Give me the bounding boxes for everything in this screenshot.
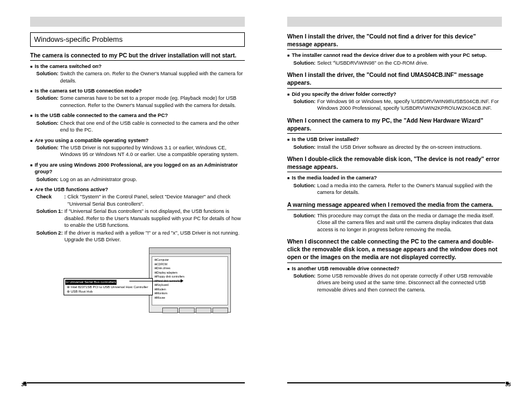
solution-label: Solution: xyxy=(36,95,59,109)
problem-header: When I install the driver, the "Could no… xyxy=(287,71,502,88)
footer-line xyxy=(287,382,505,383)
question-text: Is the camera set to USB connection mode… xyxy=(35,87,142,94)
device-manager-screenshot: Computer CDROM Disk drives Display adapt… xyxy=(64,247,231,312)
dm-button xyxy=(212,308,228,313)
solution-row: Solution:The USB Driver is not supported… xyxy=(30,144,245,158)
qa-block: Solution:This procedure may corrupt the … xyxy=(287,212,502,233)
solution-text: Check that one end of the USB cable is c… xyxy=(60,120,245,134)
qa-block: Is another USB removable drive connected… xyxy=(287,265,502,294)
check-row: Check:Click "System" in the Control Pane… xyxy=(30,193,245,207)
page-left: Windows-specific Problems The camera is … xyxy=(0,0,266,399)
question-text: Is another USB removable drive connected… xyxy=(292,265,399,272)
dm-tree-item: CDROM xyxy=(154,262,225,267)
solution-row: Solution:Some USB removable drives do no… xyxy=(287,273,502,293)
qa-block: Is the USB cable connected to the camera… xyxy=(30,112,245,133)
solution-text: If "Universal Serial Bus controllers" is… xyxy=(64,208,245,228)
qa-block: The installer cannot read the device dri… xyxy=(287,52,502,66)
dm-button xyxy=(162,308,178,313)
question-text: Is the USB cable connected to the camera… xyxy=(35,112,168,119)
callout-text: USB Root Hub xyxy=(71,290,93,293)
dm-tree-item: Display adapters xyxy=(154,271,225,275)
question-text: Are you using a compatible operating sys… xyxy=(35,137,148,144)
question: Are you using a compatible operating sys… xyxy=(30,137,245,144)
dm-button xyxy=(196,308,211,313)
problem-header: The camera is connected to my PC but the… xyxy=(30,51,245,61)
problem-header: When I connect the camera to my PC, the … xyxy=(287,116,502,134)
question-text: Is the USB Driver installed? xyxy=(292,136,359,143)
page-spread: Windows-specific Problems The camera is … xyxy=(0,0,532,399)
solution-label: Solution: xyxy=(36,120,59,134)
solution-text: For Windows 98 or Windows Me, specify \U… xyxy=(317,98,502,112)
dm-tree-item: Floppy disk controllers xyxy=(154,275,225,279)
qa-block: Is the media loaded in the camera? Solut… xyxy=(287,174,502,196)
question: Is another USB removable drive connected… xyxy=(287,265,502,272)
question-text: Are the USB functions active? xyxy=(35,186,108,193)
qa-block: Is the camera set to USB connection mode… xyxy=(30,87,245,109)
solution-label: Solution: xyxy=(36,176,59,183)
solution-row: Solution:Select "\USBDRV\WIN98" on the C… xyxy=(287,60,502,66)
question: Did you specify the driver folder correc… xyxy=(287,91,502,98)
question: Is the USB cable connected to the camera… xyxy=(30,112,245,119)
solution-row: Solution:Log on as an Administrator grou… xyxy=(30,176,245,183)
callout-arrow-line xyxy=(129,281,182,281)
dm-tree-item: Monitors xyxy=(154,291,225,296)
question-text: If you are using Windows 2000 Profession… xyxy=(35,162,245,176)
page-number: 34 xyxy=(21,381,27,388)
check-colon: : xyxy=(64,193,66,207)
problem-header: When I install the driver, the "Could no… xyxy=(287,32,502,50)
solution-text: The USB Driver is not supported by Windo… xyxy=(60,144,245,158)
question: Is the media loaded in the camera? xyxy=(287,174,502,181)
dm-tree-item: Mouse xyxy=(154,296,225,300)
solution-text: Some USB removable drives do not operate… xyxy=(317,273,502,293)
solution-row: Solution 2:If the driver is marked with … xyxy=(30,230,245,244)
solution-label: Solution: xyxy=(293,212,316,233)
qa-block: Is the USB Driver installed? Solution:In… xyxy=(287,136,502,150)
problem-header: When I double-click the removable disk i… xyxy=(287,155,502,172)
callout-highlight: ⊟ Universal Serial Bus controllers xyxy=(65,280,117,284)
solution-row: Solution 1:If "Universal Serial Bus cont… xyxy=(30,208,245,228)
solution-label: Solution: xyxy=(293,98,316,112)
callout-text: Intel 82371SB PCI to USB Universal Host … xyxy=(71,285,148,289)
check-label: Check xyxy=(36,193,64,207)
solution-text: Select "\USBDRV\WIN98" on the CD-ROM dri… xyxy=(317,60,502,66)
question: Is the camera switched on? xyxy=(30,63,245,70)
header-bar-right xyxy=(287,17,502,27)
solution-text: Log on as an Administrator group. xyxy=(60,176,245,183)
footer-line xyxy=(27,382,245,383)
solution-text: If the driver is marked with a yellow "!… xyxy=(64,230,245,244)
dm-tree-item: Keyboard xyxy=(154,283,225,288)
solution-row: Solution:For Windows 98 or Windows Me, s… xyxy=(287,98,502,112)
solution-label: Solution: xyxy=(293,60,316,66)
question-text: Is the media loaded in the camera? xyxy=(292,174,377,181)
solution-text: Switch the camera on. Refer to the Owner… xyxy=(60,70,245,84)
question: Are the USB functions active? xyxy=(30,186,245,193)
qa-block: If you are using Windows 2000 Profession… xyxy=(30,162,245,183)
solution-row: Solution:Check that one end of the USB c… xyxy=(30,120,245,134)
dm-tree-item: Computer xyxy=(154,258,225,262)
question-text: The installer cannot read the device dri… xyxy=(292,52,486,59)
callout-box: ⊟ Universal Serial Bus controllers ⊕ Int… xyxy=(64,278,153,295)
question-text: Did you specify the driver folder correc… xyxy=(292,91,396,98)
dm-tree-item: Disk drives xyxy=(154,266,225,271)
dm-buttons xyxy=(149,308,230,313)
solution-row: Solution:Load a media into the camera. R… xyxy=(287,182,502,196)
question: Is the camera set to USB connection mode… xyxy=(30,87,245,94)
check-text: Click "System" in the Control Panel, sel… xyxy=(67,193,245,207)
solution-text: Some cameras have to be set to a proper … xyxy=(60,95,245,109)
dm-tree-item: Modem xyxy=(154,288,225,292)
solution-text: This procedure may corrupt the data on t… xyxy=(317,212,502,233)
qa-block: Is the camera switched on? Solution:Swit… xyxy=(30,63,245,84)
callout-item: ⊕ Intel 82371SB PCI to USB Universal Hos… xyxy=(65,285,151,289)
question: Is the USB Driver installed? xyxy=(287,136,502,143)
dm-button xyxy=(179,308,195,313)
qa-block: Are the USB functions active? Check:Clic… xyxy=(30,186,245,243)
page-right: When I install the driver, the "Could no… xyxy=(266,0,532,399)
section-title: Windows-specific Problems xyxy=(30,32,245,47)
callout-arrow-head xyxy=(181,279,183,283)
solution-label: Solution 1: xyxy=(36,208,62,228)
question: The installer cannot read the device dri… xyxy=(287,52,502,59)
solution-label: Solution: xyxy=(293,144,316,150)
problem-header: When I disconnect the cable connecting t… xyxy=(287,237,502,263)
qa-block: Did you specify the driver folder correc… xyxy=(287,91,502,112)
solution-label: Solution: xyxy=(36,70,59,84)
